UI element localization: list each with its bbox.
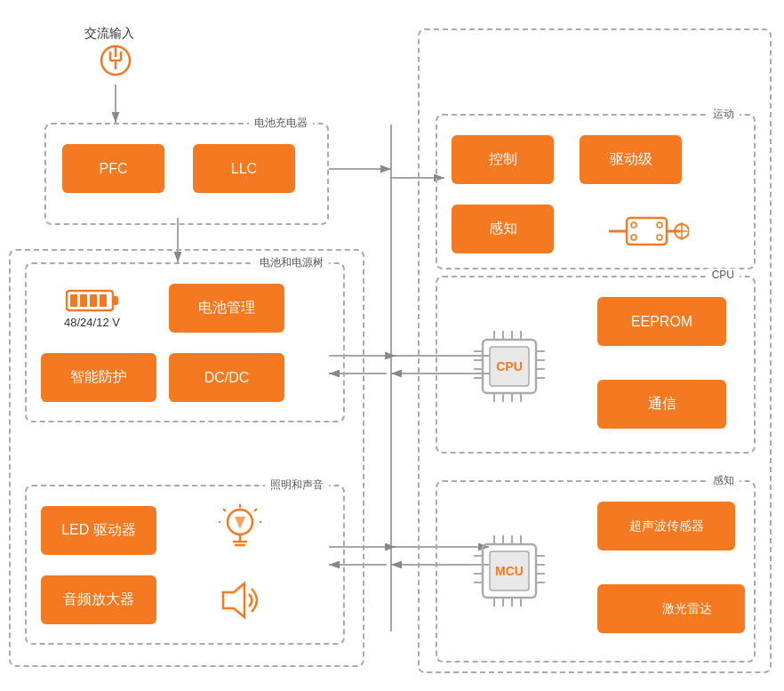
audio-button[interactable]: 音频放大器	[41, 575, 156, 624]
eeprom-button[interactable]: EEPROM	[597, 297, 726, 346]
drive-button[interactable]: 驱动级	[580, 135, 682, 184]
svg-rect-24	[80, 294, 87, 307]
svg-line-32	[223, 509, 226, 511]
cpu-box: CPU	[436, 276, 756, 454]
lighting-sound-label: 照明和声音	[265, 478, 329, 493]
motion-box: 运动 控制 驱动级 感知	[436, 114, 756, 269]
ac-input-label: 交流输入	[84, 25, 134, 42]
svg-line-33	[254, 509, 257, 511]
battery-charger-label: 电池充电器	[249, 116, 313, 131]
battery-management-button[interactable]: 电池管理	[169, 284, 284, 333]
svg-point-42	[657, 222, 662, 228]
sensing-button[interactable]: 感知	[452, 205, 554, 253]
svg-text:MCU: MCU	[495, 564, 524, 578]
svg-rect-22	[113, 296, 118, 305]
motion-label: 运动	[708, 107, 740, 122]
perception-box: 感知	[436, 480, 756, 663]
battery-icon	[66, 288, 119, 313]
control-button[interactable]: 控制	[452, 135, 554, 184]
svg-rect-25	[90, 294, 97, 307]
battery-voltage-label: 48/24/12 V	[64, 316, 120, 329]
svg-text:CPU: CPU	[496, 359, 523, 374]
speaker-icon	[204, 571, 276, 629]
svg-point-41	[631, 222, 636, 228]
protection-button[interactable]: 智能防护	[41, 353, 156, 402]
mcu-chip-icon: MCU	[452, 504, 567, 638]
svg-marker-37	[223, 583, 244, 617]
cpu-chip-icon: CPU	[452, 300, 567, 433]
svg-rect-26	[100, 294, 107, 307]
svg-rect-23	[70, 294, 77, 307]
svg-point-43	[631, 235, 636, 240]
motor-icon	[604, 205, 693, 258]
led-button[interactable]: LED 驱动器	[41, 506, 156, 555]
lidar-button[interactable]: 激光雷达	[629, 584, 745, 633]
led-icon	[204, 500, 276, 562]
ultrasonic-button[interactable]: 超声波传感器	[597, 502, 735, 550]
svg-point-44	[657, 235, 662, 240]
battery-power-label: 电池和电源树	[254, 255, 329, 270]
dcdc-button[interactable]: DC/DC	[169, 353, 284, 402]
perception-label: 感知	[708, 473, 740, 488]
main-canvas: 交流输入 电池充电器 PFC LLC 电池和电源树	[0, 0, 784, 691]
battery-icon-group: 48/24/12 V	[41, 284, 143, 333]
battery-power-box: 电池和电源树 48/24/12 V 电池管理 智能防护 DC/DC	[25, 262, 345, 422]
svg-marker-36	[235, 517, 245, 529]
ac-plug-icon	[98, 43, 133, 82]
pfc-button[interactable]: PFC	[62, 144, 164, 193]
llc-button[interactable]: LLC	[193, 144, 295, 193]
comm-button[interactable]: 通信	[597, 380, 726, 429]
battery-charger-box: 电池充电器 PFC LLC	[44, 123, 329, 225]
lighting-sound-box: 照明和声音 LED 驱动器 音频放大器	[25, 485, 345, 645]
cpu-box-label: CPU	[707, 269, 740, 281]
